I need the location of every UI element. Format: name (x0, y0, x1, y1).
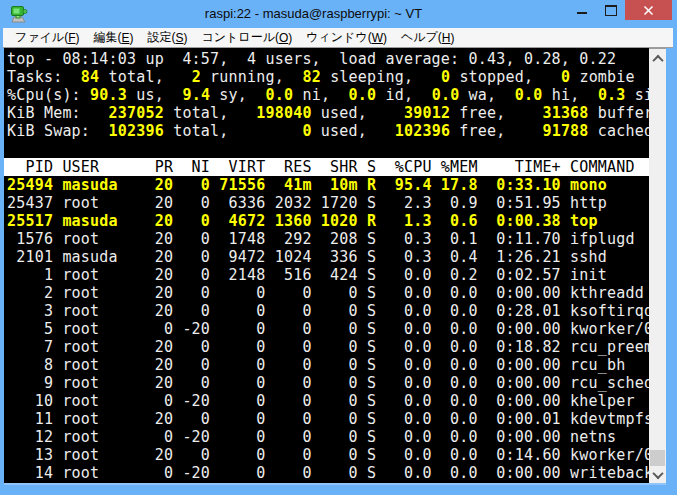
minimize-icon (577, 12, 587, 14)
process-row: 25437 root 20 0 6336 2032 1720 S 2.3 0.9… (7, 194, 649, 212)
process-row: 9 root 20 0 0 0 0 S 0.0 0.0 0:00.00 rcu_… (7, 374, 649, 392)
process-row: 2 root 20 0 0 0 0 S 0.0 0.0 0:00.00 kthr… (7, 284, 649, 302)
process-row: 25517 masuda 20 0 4672 1360 1020 R 1.3 0… (7, 212, 649, 230)
scroll-down-button[interactable] (649, 466, 666, 483)
teraterm-window: raspi:22 - masuda@raspberrypi: ~ VT ファイル… (0, 0, 677, 495)
vertical-scrollbar[interactable] (649, 48, 666, 483)
menu-item-file[interactable]: ファイル(F) (8, 28, 86, 47)
menu-item-edit[interactable]: 編集(E) (86, 28, 140, 47)
blank-line (7, 140, 649, 158)
menu-item-control[interactable]: コントロール(O) (195, 28, 300, 47)
top-summary-line: top - 08:14:03 up 4:57, 4 users, load av… (7, 50, 649, 68)
menu-item-help[interactable]: ヘルプ(H) (394, 28, 462, 47)
terminal-screen[interactable]: top - 08:14:03 up 4:57, 4 users, load av… (4, 48, 649, 483)
process-row: 11 root 20 0 0 0 0 S 0.0 0.0 0:00.01 kde… (7, 410, 649, 428)
window-controls (567, 0, 672, 20)
process-row: 5 root 0 -20 0 0 0 S 0.0 0.0 0:00.00 kwo… (7, 320, 649, 338)
window-title: raspi:22 - masuda@raspberrypi: ~ VT (60, 6, 567, 21)
client-area: top - 08:14:03 up 4:57, 4 users, load av… (4, 48, 666, 483)
process-row: 12 root 0 -20 0 0 0 S 0.0 0.0 0:00.00 ne… (7, 428, 649, 446)
process-row: 1 root 20 0 2148 516 424 S 0.0 0.2 0:02.… (7, 266, 649, 284)
top-summary-line: KiB Mem: 237052 total, 198040 used, 3901… (7, 104, 649, 122)
process-row: 25494 masuda 20 0 71556 41m 10m R 95.4 1… (7, 176, 649, 194)
close-icon (643, 5, 654, 16)
process-row: 7 root 20 0 0 0 0 S 0.0 0.0 0:18.82 rcu_… (7, 338, 649, 356)
process-table-header: PID USER PR NI VIRT RES SHR S %CPU %MEM … (4, 158, 649, 176)
chevron-up-icon (652, 54, 663, 65)
process-row: 1576 root 20 0 1748 292 208 S 0.3 0.1 0:… (7, 230, 649, 248)
top-summary-line: Tasks: 84 total, 2 running, 82 sleeping,… (7, 68, 649, 86)
maximize-button[interactable] (596, 0, 625, 20)
menu-item-window[interactable]: ウィンドウ(W) (299, 28, 394, 47)
chevron-down-icon (652, 467, 663, 478)
top-summary-line: %Cpu(s): 90.3 us, 9.4 sy, 0.0 ni, 0.0 id… (7, 86, 649, 104)
maximize-icon (605, 5, 617, 16)
menu-item-setup[interactable]: 設定(S) (140, 28, 194, 47)
titlebar[interactable]: raspi:22 - masuda@raspberrypi: ~ VT (0, 0, 677, 28)
process-row: 3 root 20 0 0 0 0 S 0.0 0.0 0:28.01 ksof… (7, 302, 649, 320)
close-button[interactable] (625, 0, 672, 20)
process-row: 2101 masuda 20 0 9472 1024 336 S 0.3 0.4… (7, 248, 649, 266)
window-bottom-border (4, 483, 666, 485)
scroll-up-button[interactable] (649, 50, 666, 67)
process-row: 10 root 0 -20 0 0 0 S 0.0 0.0 0:00.00 kh… (7, 392, 649, 410)
minimize-button[interactable] (567, 0, 596, 20)
top-summary-line: KiB Swap: 102396 total, 0 used, 102396 f… (7, 122, 649, 140)
process-row: 8 root 20 0 0 0 0 S 0.0 0.0 0:00.00 rcu_… (7, 356, 649, 374)
teraterm-app-icon[interactable] (9, 4, 29, 24)
menubar: ファイル(F)編集(E)設定(S)コントロール(O)ウィンドウ(W)ヘルプ(H) (3, 28, 673, 48)
process-row: 13 root 20 0 0 0 0 S 0.0 0.0 0:14.60 kwo… (7, 446, 649, 464)
scrollbar-thumb[interactable] (650, 450, 665, 466)
process-row: 14 root 0 -20 0 0 0 S 0.0 0.0 0:00.00 wr… (7, 464, 649, 482)
